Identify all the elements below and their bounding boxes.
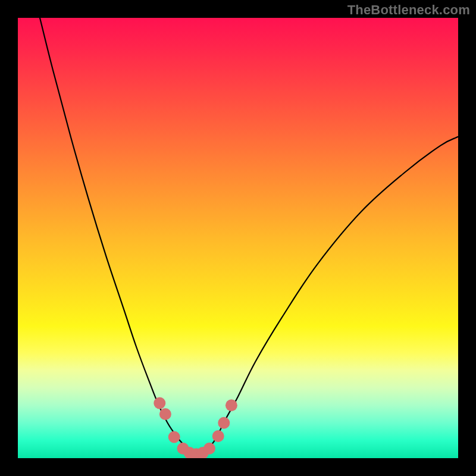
data-marker bbox=[212, 430, 224, 442]
data-marker bbox=[203, 443, 215, 455]
plot-area bbox=[18, 18, 458, 458]
chart-frame: TheBottleneck.com bbox=[0, 0, 476, 476]
chart-svg bbox=[18, 18, 458, 458]
data-marker bbox=[168, 431, 180, 443]
marker-group bbox=[154, 397, 237, 459]
watermark-text: TheBottleneck.com bbox=[347, 2, 470, 18]
left-curve bbox=[31, 18, 198, 455]
data-marker bbox=[154, 397, 165, 409]
data-marker bbox=[159, 408, 171, 420]
data-marker bbox=[218, 417, 230, 429]
right-curve bbox=[198, 137, 458, 455]
data-marker bbox=[226, 399, 237, 411]
